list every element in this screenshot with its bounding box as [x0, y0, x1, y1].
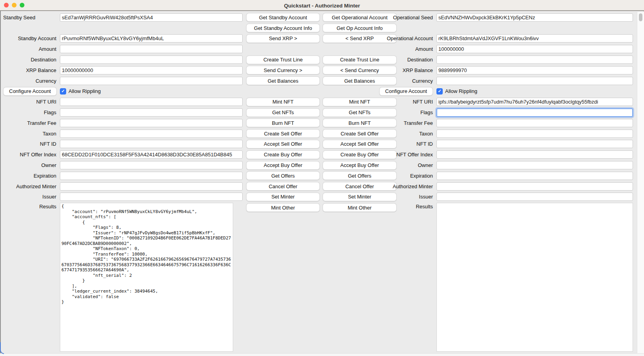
standby-get-balances-button[interactable]: Get Balances	[246, 76, 320, 85]
op-burn-nft-button[interactable]: Burn NFT	[323, 119, 397, 127]
op-expiration-input[interactable]	[436, 172, 633, 180]
row-nft-id: NFT ID Accept Sell Offer Accept Sell Off…	[0, 139, 644, 150]
row-nft-offer-index: NFT Offer Index Create Buy Offer Create …	[0, 149, 644, 160]
standby-account-input[interactable]	[60, 34, 243, 43]
op-create-trust-line-button[interactable]: Create Trust Line	[323, 56, 397, 64]
op-currency-input[interactable]	[436, 77, 633, 85]
op-transfer-fee-label: Transfer Fee	[404, 120, 433, 126]
standby-set-minter-button[interactable]: Set Minter	[246, 193, 320, 201]
op-owner-label: Owner	[418, 162, 433, 168]
standby-flags-label: Flags	[44, 109, 56, 115]
op-amount-input[interactable]	[436, 45, 633, 53]
get-standby-account-info-button[interactable]: Get Standby Account Info	[246, 24, 320, 32]
standby-currency-input[interactable]	[60, 77, 243, 85]
op-create-buy-offer-button[interactable]: Create Buy Offer	[323, 150, 397, 159]
operational-account-input[interactable]	[436, 34, 633, 43]
op-flags-label: Flags	[420, 109, 433, 115]
op-mint-other-button[interactable]: Mint Other	[323, 203, 397, 212]
op-destination-input[interactable]	[436, 56, 633, 64]
row-account-info: Get Standby Account Info Get Op Account …	[0, 23, 644, 33]
standby-mint-nft-button[interactable]: Mint NFT	[246, 98, 320, 106]
standby-authorized-minter-input[interactable]	[60, 182, 243, 191]
op-xrp-balance-input[interactable]	[436, 66, 633, 74]
op-allow-rippling-label: Allow Rippling	[445, 88, 477, 94]
row-owner: Owner Accept Buy Offer Accept Buy Offer …	[0, 160, 644, 171]
standby-taxon-input[interactable]	[60, 130, 243, 138]
op-nft-uri-input[interactable]	[436, 98, 633, 106]
standby-allow-rippling-checkbox[interactable]: ✓	[60, 88, 66, 95]
standby-amount-input[interactable]	[60, 45, 243, 53]
standby-transfer-fee-input[interactable]	[60, 119, 243, 127]
standby-burn-nft-button[interactable]: Burn NFT	[246, 119, 320, 127]
op-issuer-input[interactable]	[436, 193, 633, 201]
standby-seed-input[interactable]	[60, 13, 243, 22]
standby-xrp-balance-input[interactable]	[60, 66, 243, 74]
op-create-sell-offer-button[interactable]: Create Sell Offer	[323, 129, 397, 138]
op-get-offers-button[interactable]: Get Offers	[323, 171, 397, 180]
op-results-textarea[interactable]	[436, 203, 633, 352]
row-destination: Destination Create Trust Line Create Tru…	[0, 54, 644, 65]
op-accept-sell-offer-button[interactable]: Accept Sell Offer	[323, 140, 397, 148]
standby-destination-label: Destination	[31, 57, 56, 63]
op-nft-id-input[interactable]	[436, 140, 633, 148]
row-flags: Flags Get NFTs Get NFTs Flags	[0, 107, 644, 118]
op-accept-buy-offer-button[interactable]: Accept Buy Offer	[323, 161, 397, 170]
standby-create-sell-offer-button[interactable]: Create Sell Offer	[246, 129, 320, 138]
standby-nft-id-label: NFT ID	[40, 141, 56, 147]
row-results: Results { "account": "rPuvmoRNf5WNByuxCk…	[0, 203, 644, 352]
get-op-account-info-button[interactable]: Get Op Account Info	[323, 24, 397, 32]
standby-flags-input[interactable]	[60, 108, 243, 117]
send-xrp-right-button[interactable]: Send XRP >	[246, 34, 320, 43]
standby-transfer-fee-label: Transfer Fee	[27, 120, 56, 126]
standby-mint-other-button[interactable]: Mint Other	[246, 203, 320, 212]
standby-create-trust-line-button[interactable]: Create Trust Line	[246, 56, 320, 64]
scrollbar-thumb[interactable]	[639, 13, 642, 21]
op-expiration-label: Expiration	[410, 173, 433, 179]
vertical-scrollbar[interactable]	[637, 12, 644, 353]
standby-nft-offer-index-input[interactable]	[60, 150, 243, 159]
send-currency-right-button[interactable]: Send Currency >	[246, 66, 320, 74]
get-standby-account-button[interactable]: Get Standby Account	[246, 13, 320, 22]
op-configure-account-button[interactable]: Configure Account	[379, 87, 433, 96]
op-authorized-minter-input[interactable]	[436, 182, 633, 191]
standby-nft-offer-index-label: NFT Offer Index	[20, 152, 56, 158]
get-operational-account-button[interactable]: Get Operational Account	[323, 13, 397, 22]
op-cancel-offer-button[interactable]: Cancel Offer	[323, 182, 397, 191]
op-set-minter-button[interactable]: Set Minter	[323, 193, 397, 201]
standby-destination-input[interactable]	[60, 56, 243, 64]
standby-issuer-input[interactable]	[60, 193, 243, 201]
standby-cancel-offer-button[interactable]: Cancel Offer	[246, 182, 320, 191]
standby-get-offers-button[interactable]: Get Offers	[246, 171, 320, 180]
standby-accept-buy-offer-button[interactable]: Accept Buy Offer	[246, 161, 320, 170]
op-get-balances-button[interactable]: Get Balances	[323, 76, 397, 85]
op-get-nfts-button[interactable]: Get NFTs	[323, 108, 397, 117]
op-destination-label: Destination	[407, 57, 433, 63]
standby-owner-input[interactable]	[60, 161, 243, 169]
operational-seed-label: Operational Seed	[393, 15, 433, 20]
app-window: Quickstart - Authorized Minter Standby S…	[0, 0, 644, 356]
standby-nft-id-input[interactable]	[60, 140, 243, 148]
standby-nft-uri-input[interactable]	[60, 98, 243, 106]
standby-create-buy-offer-button[interactable]: Create Buy Offer	[246, 150, 320, 159]
send-xrp-left-button[interactable]: < Send XRP	[323, 34, 397, 43]
row-transfer-fee: Transfer Fee Burn NFT Burn NFT Transfer …	[0, 118, 644, 128]
op-xrp-balance-label: XRP Balance	[403, 67, 433, 73]
row-authorized-minter: Authorized Minter Cancel Offer Cancel Of…	[0, 181, 644, 192]
row-amount: Amount Amount	[0, 44, 644, 54]
op-nft-offer-index-input[interactable]	[436, 150, 633, 159]
row-nft-uri: NFT URI Mint NFT Mint NFT NFT URI	[0, 96, 644, 107]
op-owner-input[interactable]	[436, 161, 633, 169]
standby-accept-sell-offer-button[interactable]: Accept Sell Offer	[246, 140, 320, 148]
op-flags-input[interactable]	[436, 108, 633, 117]
op-taxon-input[interactable]	[436, 130, 633, 138]
standby-expiration-input[interactable]	[60, 172, 243, 180]
op-allow-rippling-checkbox[interactable]: ✓	[436, 88, 443, 95]
op-transfer-fee-input[interactable]	[436, 119, 633, 127]
standby-configure-account-button[interactable]: Configure Account	[3, 87, 57, 96]
row-currency: Currency Get Balances Get Balances Curre…	[0, 76, 644, 86]
standby-results-textarea[interactable]: { "account": "rPuvmoRNf5WNByuxCkLY8vGY6y…	[60, 203, 233, 352]
op-mint-nft-button[interactable]: Mint NFT	[323, 98, 397, 106]
send-currency-left-button[interactable]: < Send Currency	[323, 66, 397, 74]
operational-seed-input[interactable]	[436, 13, 633, 22]
standby-get-nfts-button[interactable]: Get NFTs	[246, 108, 320, 117]
